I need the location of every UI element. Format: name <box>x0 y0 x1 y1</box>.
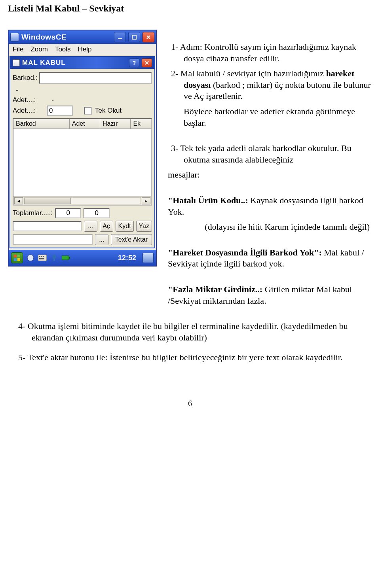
h-scrollbar[interactable]: ◂ ▸ <box>13 196 151 205</box>
ce-menubar: File Zoom Tools Help <box>9 44 156 55</box>
page-number: 6 <box>8 399 372 408</box>
svg-rect-1 <box>132 35 136 39</box>
app-titlebar: MAL KABUL ? <box>10 57 154 69</box>
svg-rect-14 <box>62 256 69 260</box>
label-tek-okut: Tek Okut <box>95 107 122 115</box>
label-barkod: Barkod.: <box>13 74 38 82</box>
th-hazir[interactable]: Hazır <box>100 119 131 129</box>
label-adet-1: Adet....: <box>13 96 45 104</box>
app-window: MAL KABUL ? Barkod.: - Adet....: - <box>10 56 155 248</box>
svg-rect-12 <box>53 255 56 259</box>
ac-button[interactable]: Aç <box>100 221 113 232</box>
msg-1: "Hatalı Ürün Kodu..: Kaynak dosyasında i… <box>168 195 372 217</box>
msg-2: "Hareket Dosyasında İlgili Barkod Yok": … <box>168 247 372 270</box>
svg-rect-8 <box>39 256 40 257</box>
yaz-button[interactable]: Yaz <box>136 221 152 232</box>
page-title: Listeli Mal Kabul – Sevkiyat <box>8 3 372 14</box>
start-button[interactable] <box>11 252 23 263</box>
step-2-follow: Böylece barkodlar ve adetler ekranda gör… <box>168 106 372 129</box>
screenshot-container: WindowsCE File Zoom Tools Help <box>8 30 157 267</box>
svg-rect-7 <box>38 255 47 261</box>
browse-button-1[interactable]: ... <box>84 221 97 232</box>
dash-separator: - <box>13 85 152 95</box>
input-barkod[interactable] <box>39 72 152 84</box>
maximize-button[interactable] <box>128 32 140 42</box>
app-close-button[interactable] <box>142 59 152 67</box>
svg-rect-0 <box>118 38 122 39</box>
ce-titlebar: WindowsCE <box>9 30 156 44</box>
app-title: MAL KABUL <box>22 59 127 67</box>
path-input-1[interactable] <box>13 221 82 231</box>
step-1: 1- Adım: Kontrollü sayım için hazırladığ… <box>168 42 372 64</box>
svg-rect-5 <box>17 258 20 261</box>
below-text: 4- Okutma işlemi bitiminde kaydet ile bu… <box>8 321 372 363</box>
text-aktar-button[interactable]: Text'e Aktar <box>111 234 152 245</box>
label-toplamlar: Toplamlar.....: <box>13 209 53 217</box>
document-text: 1- Adım: Kontrollü sayım için hazırladığ… <box>168 30 372 310</box>
table-body[interactable] <box>13 129 151 196</box>
msg-1b: (dolayısı ile hitit Karum içindede tanım… <box>168 221 372 233</box>
value-toplam-2: 0 <box>84 208 110 218</box>
svg-point-6 <box>27 255 34 261</box>
battery-icon[interactable] <box>62 253 70 262</box>
app-icon <box>13 59 20 66</box>
checkbox-tek-okut[interactable] <box>84 107 92 115</box>
plug-icon[interactable] <box>50 253 59 262</box>
menu-zoom[interactable]: Zoom <box>30 45 48 53</box>
clock: 12:52 <box>118 254 136 262</box>
path-input-2[interactable] <box>13 234 93 245</box>
step-3: 3- Tek tek yada adetli olarak barkodlar … <box>168 143 372 165</box>
th-ek[interactable]: Ek <box>131 119 151 129</box>
menu-file[interactable]: File <box>13 45 23 53</box>
step-2: 2- Mal kabulü / sevkiyat için hazırladığ… <box>168 68 372 102</box>
step-3-mesaj: mesajlar: <box>168 169 372 181</box>
svg-rect-2 <box>14 255 17 257</box>
th-adet[interactable]: Adet <box>70 119 100 129</box>
th-barkod[interactable]: Barkod <box>13 119 70 129</box>
value-adet-1: - <box>47 96 59 104</box>
step-4: 4- Okutma işlemi bitiminde kaydet ile bu… <box>8 321 372 343</box>
tray-icon-1[interactable] <box>26 253 35 262</box>
svg-rect-15 <box>69 257 70 259</box>
windowsce-window: WindowsCE File Zoom Tools Help <box>8 30 157 267</box>
ce-title-text: WindowsCE <box>21 33 112 42</box>
svg-rect-3 <box>17 255 20 257</box>
svg-rect-9 <box>41 256 42 257</box>
network-icon[interactable] <box>142 253 154 263</box>
scroll-right-icon[interactable]: ▸ <box>142 197 150 204</box>
scroll-left-icon[interactable]: ◂ <box>14 197 23 204</box>
label-adet-2: Adet....: <box>13 107 45 115</box>
step-5: 5- Text'e aktar butonu ile: İstenirse bu… <box>8 352 372 363</box>
minimize-button[interactable] <box>114 32 126 42</box>
value-toplam-1: 0 <box>55 208 81 218</box>
msg-3: "Fazla Miktar Girdiniz..: Girilen miktar… <box>168 284 372 306</box>
svg-rect-11 <box>39 258 44 259</box>
scroll-thumb[interactable] <box>24 198 71 204</box>
svg-rect-13 <box>53 259 55 261</box>
input-adet-2[interactable]: 0 <box>47 106 73 116</box>
menu-help[interactable]: Help <box>78 45 92 53</box>
windowsce-icon <box>10 33 19 42</box>
svg-rect-4 <box>14 258 17 261</box>
close-button[interactable] <box>142 32 154 42</box>
app-help-button[interactable]: ? <box>129 59 139 67</box>
menu-tools[interactable]: Tools <box>55 45 71 53</box>
data-table: Barkod Adet Hazır Ek ◂ ▸ <box>13 118 152 206</box>
taskbar: 12:52 <box>9 250 156 266</box>
browse-button-2[interactable]: ... <box>95 234 108 245</box>
kydt-button[interactable]: Kydt <box>116 221 134 232</box>
keyboard-icon[interactable] <box>38 253 47 262</box>
svg-rect-10 <box>43 256 44 257</box>
